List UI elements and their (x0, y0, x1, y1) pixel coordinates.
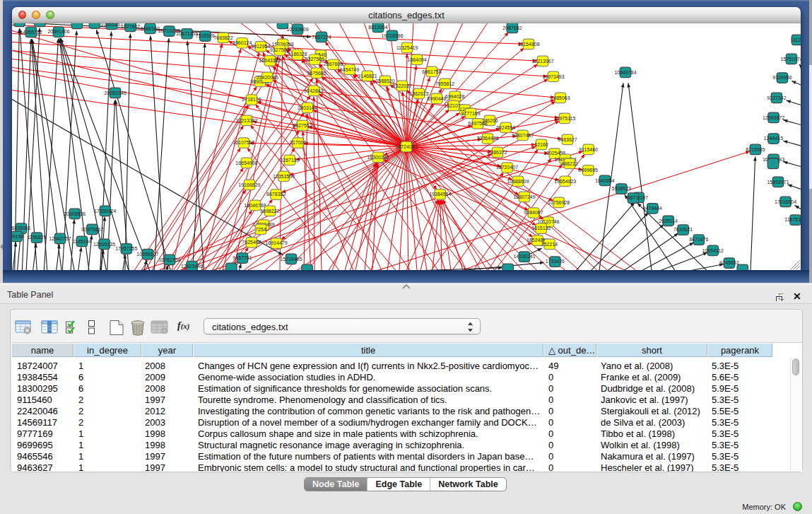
svg-text:7485063: 7485063 (551, 95, 570, 100)
svg-text:10973493: 10973493 (542, 74, 564, 78)
svg-text:9327509: 9327509 (270, 47, 289, 52)
svg-text:6497568: 6497568 (468, 121, 487, 126)
svg-text:15692971: 15692971 (767, 179, 789, 184)
svg-text:6966160: 6966160 (141, 25, 160, 30)
svg-text:16154808: 16154808 (517, 41, 539, 46)
svg-text:15751074: 15751074 (780, 56, 801, 61)
svg-text:10958107: 10958107 (136, 251, 158, 256)
svg-text:1244415: 1244415 (764, 136, 783, 141)
svg-text:12353594: 12353594 (273, 173, 295, 178)
svg-text:8471676: 8471676 (689, 237, 708, 242)
svg-text:7515526: 7515526 (196, 33, 215, 38)
svg-text:39159: 39159 (12, 233, 23, 238)
svg-text:19218596: 19218596 (381, 33, 403, 37)
svg-text:1733426: 1733426 (546, 259, 565, 264)
svg-text:12213967: 12213967 (531, 58, 553, 63)
svg-text:16543382: 16543382 (259, 58, 281, 63)
svg-text:317006: 317006 (290, 140, 306, 145)
svg-text:1640954: 1640954 (595, 177, 614, 182)
svg-text:20364436: 20364436 (476, 136, 498, 141)
svg-text:3624554: 3624554 (496, 124, 515, 129)
svg-text:62160: 62160 (534, 141, 548, 146)
svg-text:10688609: 10688609 (507, 178, 529, 183)
svg-text:18724007: 18724007 (395, 143, 418, 149)
svg-text:8427552: 8427552 (293, 122, 312, 127)
svg-text:10671355: 10671355 (176, 31, 198, 36)
svg-text:10654112: 10654112 (702, 247, 724, 252)
svg-text:16654966: 16654966 (235, 160, 257, 165)
svg-text:7663822: 7663822 (213, 35, 233, 40)
svg-text:2803144: 2803144 (298, 105, 317, 110)
svg-text:14055712: 14055712 (20, 29, 42, 34)
svg-text:15720407: 15720407 (496, 165, 518, 170)
svg-text:9115460: 9115460 (579, 146, 598, 151)
svg-text:7857224: 7857224 (312, 34, 331, 39)
svg-text:1615132: 1615132 (531, 226, 551, 230)
svg-text:9463627: 9463627 (558, 136, 577, 141)
svg-text:1145194: 1145194 (73, 238, 92, 243)
svg-text:18300295: 18300295 (367, 154, 389, 159)
svg-text:6961758: 6961758 (422, 69, 441, 74)
svg-text:10648784: 10648784 (614, 69, 636, 74)
svg-text:12923446: 12923446 (181, 263, 203, 268)
svg-text:8813054: 8813054 (368, 24, 387, 29)
svg-text:9146821: 9146821 (358, 73, 377, 78)
svg-text:9327505: 9327505 (305, 57, 324, 62)
svg-text:9227342: 9227342 (767, 95, 786, 100)
svg-text:9242843: 9242843 (304, 88, 323, 93)
svg-text:16782759: 16782759 (158, 257, 180, 262)
svg-text:12505135: 12505135 (93, 241, 115, 246)
svg-text:9329966: 9329966 (772, 75, 792, 80)
svg-text:15716485: 15716485 (280, 256, 302, 261)
svg-text:11675337: 11675337 (784, 217, 801, 222)
svg-text:9474444: 9474444 (643, 206, 662, 211)
svg-text:9245652: 9245652 (719, 260, 739, 265)
svg-text:2588520: 2588520 (375, 78, 394, 83)
svg-text:18807249: 18807249 (513, 194, 535, 199)
svg-text:7955812: 7955812 (435, 81, 454, 86)
svg-text:7625402: 7625402 (242, 240, 261, 245)
svg-text:8678352: 8678352 (266, 192, 286, 197)
svg-text:9699695: 9699695 (579, 168, 598, 173)
svg-text:14136141: 14136141 (513, 254, 535, 259)
svg-text:5938923: 5938923 (612, 186, 631, 191)
svg-text:3267130: 3267130 (280, 157, 299, 162)
svg-text:6835061: 6835061 (12, 226, 31, 230)
svg-text:19654923: 19654923 (554, 178, 576, 183)
svg-text:9777169: 9777169 (461, 110, 480, 115)
svg-text:1362615: 1362615 (409, 90, 428, 95)
svg-text:8990448: 8990448 (427, 95, 446, 100)
svg-text:12093872: 12093872 (763, 115, 784, 119)
svg-text:2718176: 2718176 (242, 97, 261, 102)
svg-text:8322037: 8322037 (392, 83, 411, 88)
svg-text:8186328: 8186328 (288, 52, 307, 57)
svg-text:9084067: 9084067 (524, 210, 543, 215)
svg-text:6871: 6871 (628, 195, 639, 200)
svg-text:17016504: 17016504 (775, 199, 796, 204)
svg-text:12942757: 12942757 (49, 235, 71, 240)
svg-text:9457791: 9457791 (233, 255, 252, 260)
svg-text:20206536: 20206536 (64, 211, 86, 216)
svg-text:10807487: 10807487 (512, 132, 534, 137)
svg-text:22420046: 22420046 (257, 74, 278, 79)
svg-text:12213382: 12213382 (235, 117, 257, 122)
svg-text:16046788: 16046788 (244, 202, 266, 207)
svg-text:11123: 11123 (791, 37, 801, 42)
svg-text:7254: 7254 (255, 226, 266, 231)
svg-text:17957255: 17957255 (115, 246, 137, 251)
svg-text:7386372: 7386372 (488, 149, 507, 154)
svg-text:19166829: 19166829 (238, 182, 260, 187)
svg-text:16107553: 16107553 (233, 140, 254, 145)
svg-text:11325419: 11325419 (396, 45, 418, 49)
svg-text:3675685: 3675685 (307, 70, 326, 75)
svg-text:16914479: 16914479 (265, 240, 287, 245)
svg-text:1864094: 1864094 (407, 57, 426, 62)
svg-text:2087682: 2087682 (502, 25, 522, 30)
svg-text:19384554: 19384554 (429, 192, 451, 197)
svg-text:10033809: 10033809 (286, 26, 308, 31)
svg-text:10756928: 10756928 (548, 199, 570, 204)
svg-text:8698222: 8698222 (260, 208, 279, 213)
svg-text:90975867: 90975867 (81, 226, 103, 231)
svg-text:8912954: 8912954 (251, 44, 270, 49)
svg-text:20691406: 20691406 (47, 29, 69, 34)
